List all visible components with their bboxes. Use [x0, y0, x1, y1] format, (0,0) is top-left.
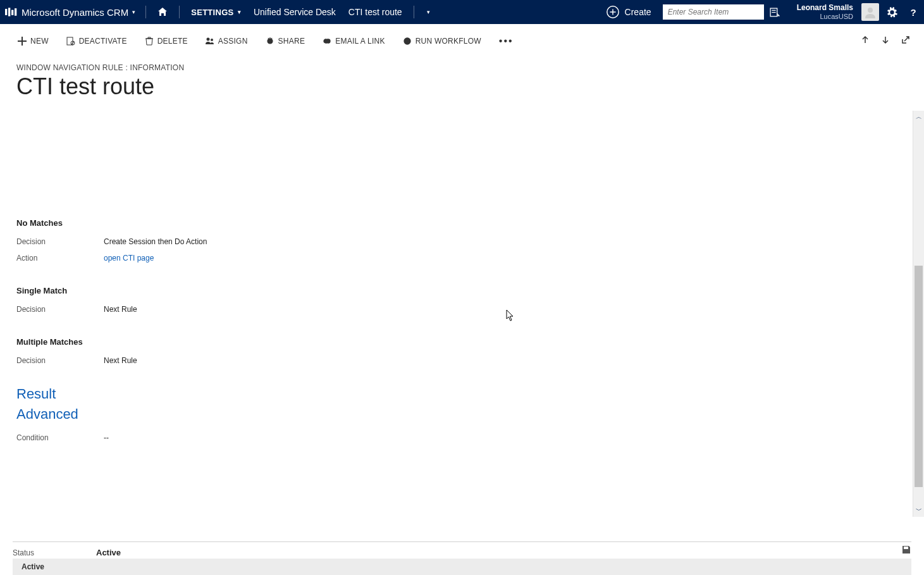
record-state: Active — [22, 562, 44, 571]
cmd-run-workflow[interactable]: RUN WORKFLOW — [397, 34, 488, 48]
svg-point-17 — [211, 39, 213, 41]
vertical-scrollbar[interactable]: ︿ ﹀ — [913, 111, 924, 517]
save-icon — [901, 545, 911, 555]
workflow-icon — [403, 37, 412, 46]
field-row[interactable]: Decision Create Session then Do Action — [16, 234, 911, 249]
field-label: Decision — [16, 356, 104, 365]
field-label: Decision — [16, 305, 104, 314]
link-icon — [323, 37, 331, 46]
field-row[interactable]: Decision Next Rule — [16, 353, 911, 368]
page-title: CTI test route — [16, 73, 924, 100]
field-row[interactable]: Action open CTI page — [16, 250, 911, 266]
command-bar: NEW DEACTIVATE DELETE ASSIGN SHARE EMAIL… — [0, 24, 924, 58]
chevron-down-icon: ▾ — [132, 9, 135, 15]
section-heading: No Matches — [16, 218, 911, 228]
home-button[interactable] — [151, 0, 174, 24]
arrow-up-icon — [861, 35, 870, 44]
svg-point-19 — [406, 40, 408, 42]
avatar-icon — [861, 3, 879, 21]
save-button[interactable] — [901, 545, 911, 557]
svg-rect-0 — [5, 9, 7, 15]
nav-area-settings[interactable]: SETTINGS ▾ — [185, 0, 247, 24]
settings-label: SETTINGS — [191, 8, 233, 17]
nav-prev-record[interactable] — [858, 33, 872, 49]
cmd-more-overflow[interactable]: ••• — [493, 33, 520, 49]
quick-create-button[interactable]: Create — [598, 5, 659, 19]
help-icon: ? — [910, 7, 916, 18]
field-value: Next Rule — [104, 305, 137, 314]
field-value: -- — [104, 433, 109, 442]
field-row[interactable]: Decision Next Rule — [16, 302, 911, 317]
chevron-down-icon: ﹀ — [916, 506, 922, 515]
popout-icon — [901, 35, 910, 44]
more-dots-icon: ••• — [499, 35, 514, 46]
field-row[interactable]: Condition -- — [16, 430, 911, 445]
scroll-thumb[interactable] — [915, 266, 923, 487]
home-icon — [157, 7, 168, 17]
global-search[interactable] — [663, 4, 764, 20]
nav-right-icons: Leonard Smalls LucasUSD ? — [764, 0, 924, 24]
filter-icon — [769, 7, 780, 18]
nav-breadcrumb-usd[interactable]: Unified Service Desk — [247, 0, 342, 24]
create-label: Create — [625, 7, 651, 17]
svg-point-12 — [868, 8, 873, 13]
svg-rect-3 — [15, 8, 16, 16]
status-area: Status Active — [13, 541, 911, 557]
brand-label: Microsoft Dynamics CRM — [22, 7, 128, 18]
status-label: Status — [13, 548, 96, 557]
record-state-bar: Active — [13, 559, 911, 575]
gear-icon — [887, 7, 897, 18]
assign-icon — [206, 37, 214, 46]
entity-breadcrumb: WINDOW NAVIGATION RULE : INFORMATION — [16, 63, 924, 72]
field-value: Next Rule — [104, 356, 137, 365]
section-multiple-matches: Multiple Matches Decision Next Rule — [16, 337, 911, 368]
status-value: Active — [96, 548, 121, 557]
advanced-find-button[interactable] — [764, 0, 785, 24]
share-icon — [266, 37, 274, 46]
cmd-new[interactable]: NEW — [11, 34, 55, 48]
brand-switcher[interactable]: Microsoft Dynamics CRM ▾ — [0, 0, 140, 24]
field-label: Condition — [16, 433, 104, 442]
cmd-assign[interactable]: ASSIGN — [199, 34, 254, 48]
user-avatar[interactable] — [859, 0, 881, 24]
nav-divider — [145, 6, 146, 18]
user-org: LucasUSD — [797, 13, 853, 20]
cmd-share[interactable]: SHARE — [259, 34, 312, 48]
popout-button[interactable] — [899, 33, 913, 49]
field-value: Create Session then Do Action — [104, 237, 207, 246]
field-label: Action — [16, 254, 104, 263]
section-no-matches: No Matches Decision Create Session then … — [16, 218, 911, 266]
nav-next-record[interactable] — [878, 33, 892, 49]
arrow-down-icon — [881, 35, 890, 44]
user-info[interactable]: Leonard Smalls LucasUSD — [785, 4, 859, 20]
tab-advanced[interactable]: Advanced — [16, 406, 911, 423]
search-input[interactable] — [668, 8, 763, 16]
scroll-down-button[interactable]: ﹀ — [913, 504, 924, 517]
svg-rect-1 — [8, 8, 10, 16]
settings-gear-button[interactable] — [881, 0, 902, 24]
page-header: WINDOW NAVIGATION RULE : INFORMATION CTI… — [0, 58, 924, 100]
cmd-delete[interactable]: DELETE — [139, 34, 194, 48]
field-label: Decision — [16, 237, 104, 246]
section-single-match: Single Match Decision Next Rule — [16, 286, 911, 317]
svg-point-16 — [206, 37, 209, 40]
scroll-up-button[interactable]: ︿ — [913, 111, 924, 123]
plus-icon — [18, 37, 27, 46]
nav-breadcrumb-record[interactable]: CTI test route — [342, 0, 409, 24]
section-heading: Single Match — [16, 286, 911, 295]
section-heading: Multiple Matches — [16, 337, 911, 347]
cmd-deactivate[interactable]: DEACTIVATE — [60, 34, 133, 48]
trash-icon — [145, 37, 154, 46]
lookup-link[interactable]: open CTI page — [104, 254, 154, 263]
help-button[interactable]: ? — [902, 0, 924, 24]
nav-divider — [179, 6, 180, 18]
plus-circle-icon — [606, 5, 620, 19]
cmd-email-link[interactable]: EMAIL A LINK — [316, 34, 391, 48]
nav-record-dropdown[interactable]: ▾ — [419, 0, 434, 24]
user-name: Leonard Smalls — [797, 4, 853, 12]
chevron-down-icon: ▾ — [238, 9, 241, 15]
global-nav: Microsoft Dynamics CRM ▾ SETTINGS ▾ Unif… — [0, 0, 924, 24]
deactivate-icon — [66, 37, 75, 46]
tab-result[interactable]: Result — [16, 386, 911, 402]
chevron-up-icon: ︿ — [916, 113, 922, 121]
